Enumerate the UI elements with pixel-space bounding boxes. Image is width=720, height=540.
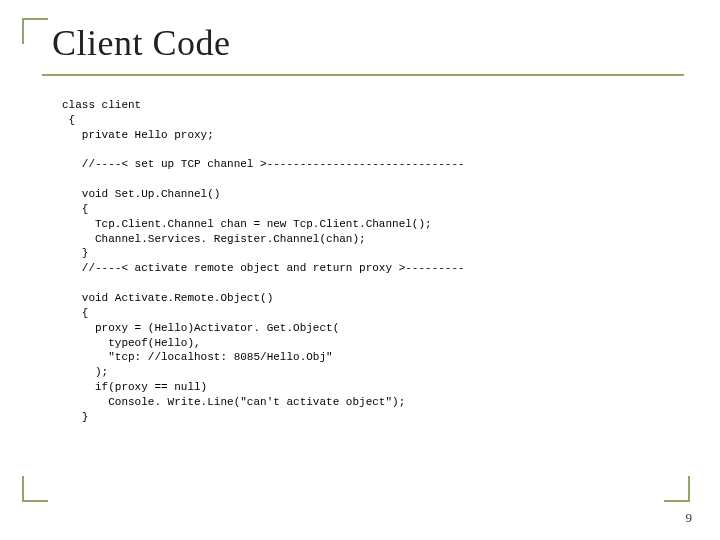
corner-decoration-top-left <box>22 18 48 44</box>
title-container: Client Code <box>42 18 684 76</box>
page-number: 9 <box>686 510 693 526</box>
slide: Client Code class client { private Hello… <box>0 0 720 540</box>
code-block: class client { private Hello proxy; //--… <box>62 98 692 425</box>
page-title: Client Code <box>52 22 684 64</box>
corner-decoration-bottom-right <box>664 476 690 502</box>
corner-decoration-bottom-left <box>22 476 48 502</box>
